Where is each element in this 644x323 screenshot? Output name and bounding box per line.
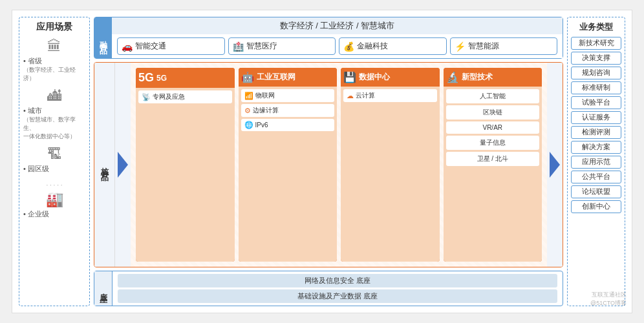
newtech-icon: 🔬 [446, 71, 459, 83]
cloud-label: 云计算 [356, 91, 375, 100]
dc-header: 💾 数据中心 [341, 68, 440, 87]
right-panel: 业务类型 新技术研究 决策支撑 规划咨询 标准研制 试验平台 认证服务 检测评测… [567, 17, 625, 306]
energy-icon: ⚡ [455, 41, 466, 52]
5g-logo: 5G [138, 71, 154, 85]
dc-body: ☁ 云计算 [341, 87, 440, 262]
right-item-6: 检测评测 [571, 126, 621, 139]
item-quantum: 量子信息 [446, 136, 540, 150]
enterprise-label: • 企业级 [23, 209, 49, 219]
iiot-header: 🤖 工业互联网 [239, 68, 338, 87]
private-network-label: 专网及应急 [153, 92, 185, 101]
core-col-dc: 💾 数据中心 ☁ 云计算 [341, 68, 440, 262]
product-energy: ⚡ 智慧能源 [450, 37, 558, 55]
iiot-icon: 🤖 [241, 71, 254, 83]
bottom-item-network: 网络及信息安全 底座 [118, 274, 557, 287]
product-medical-label: 智慧医疗 [246, 41, 277, 52]
iiot-title: 工业互联网 [257, 72, 295, 83]
item-ai: 人工智能 [446, 89, 540, 103]
watermark-line1: 互联互通社区 [592, 291, 627, 299]
right-item-2: 规划咨询 [571, 67, 621, 79]
item-private-network: 📡 专网及应急 [138, 90, 232, 103]
item-ipv6: 🌐 IPv6 [241, 119, 335, 131]
right-item-3: 标准研制 [571, 81, 621, 94]
watermark: 互联互通社区 @51CTO博客 [590, 291, 627, 307]
building-icon: 🏛 [47, 38, 61, 55]
iiot-body: 📶 物联网 ⚙ 边缘计算 🌐 IPv6 [239, 87, 338, 262]
newtech-title: 新型技术 [462, 72, 493, 83]
item-vr: VR/AR [446, 121, 540, 134]
bottom-item-infra: 基础设施及产业数据 底座 [118, 289, 557, 303]
edge-icon: ⚙ [244, 107, 251, 115]
item-iot: 📶 物联网 [241, 89, 335, 102]
factory-icon: 🏭 [46, 191, 63, 208]
watermark-line2: @51CTO博客 [590, 299, 627, 307]
right-panel-title: 业务类型 [579, 21, 613, 33]
left-panel: 应用场景 🏛 • 省级 （数字经济、工业经济） 🏙 • 城市 （智慧城市、数字孪… [19, 17, 90, 306]
core-col-newtech: 🔬 新型技术 人工智能 区块链 VR/AR 量子信息 卫星 / 北斗 [444, 68, 542, 262]
bottom-label: 底座 [94, 271, 113, 306]
right-item-11: 创新中心 [571, 200, 621, 213]
bottom-content: 网络及信息安全 底座 基础设施及产业数据 底座 [113, 271, 563, 306]
city-icon: 🏙 [47, 88, 61, 105]
province-label: • 省级 [23, 56, 42, 66]
ipv6-icon: 🌐 [244, 121, 253, 129]
right-item-9: 公共平台 [571, 171, 621, 183]
park-label: • 园区级 [23, 164, 49, 174]
iot-icon: 📶 [244, 92, 253, 100]
right-item-10: 论坛联盟 [571, 185, 621, 198]
transport-icon: 🚗 [122, 41, 133, 52]
arrow-indicator [115, 63, 131, 267]
divider-dots: · · · · · [23, 182, 85, 189]
edge-label: 边缘计算 [253, 106, 279, 115]
scene-item-province: 🏛 • 省级 （数字经济、工业经济） [23, 38, 85, 83]
core-col-5g: 5G 5G 📡 专网及应急 [136, 68, 235, 262]
city-label: • 城市 [23, 106, 42, 116]
main-container: 应用场景 🏛 • 省级 （数字经济、工业经济） 🏙 • 城市 （智慧城市、数字孪… [12, 10, 632, 313]
item-satellite: 卫星 / 北斗 [446, 152, 540, 166]
item-cloud: ☁ 云计算 [343, 89, 437, 102]
product-transport: 🚗 智能交通 [117, 37, 225, 55]
left-arrow-area: 核心产品 [94, 63, 115, 267]
5g-title: 5G [156, 74, 167, 83]
core-section: 核心产品 5G 5G 📡 专网及应急 [94, 62, 563, 267]
product-energy-label: 智慧能源 [468, 41, 499, 52]
finance-icon: 💰 [343, 41, 354, 52]
fusion-products-row: 🚗 智能交通 🏥 智慧医疗 💰 金融科技 ⚡ [112, 34, 563, 58]
scene-item-city: 🏙 • 城市 （智慧城市、数字孪生、一体化数据中心等） [23, 88, 85, 141]
right-item-4: 试验平台 [571, 96, 621, 109]
private-network-icon: 📡 [142, 93, 151, 101]
right-item-0: 新技术研究 [571, 37, 621, 50]
bottom-section: 底座 网络及信息安全 底座 基础设施及产业数据 底座 [94, 271, 563, 306]
fusion-section: 融合产品 数字经济 / 工业经济 / 智慧城市 🚗 智能交通 🏥 智慧医疗 [94, 17, 563, 59]
scene-item-park: 🏗 • 园区级 [23, 146, 85, 174]
core-col-iiot: 🤖 工业互联网 📶 物联网 ⚙ 边缘计算 🌐 [239, 68, 338, 262]
5g-header: 5G 5G [136, 68, 235, 88]
middle-panel: 融合产品 数字经济 / 工业经济 / 智慧城市 🚗 智能交通 🏥 智慧医疗 [94, 17, 563, 306]
right-item-1: 决策支撑 [571, 52, 621, 65]
scene-item-enterprise: 🏭 • 企业级 [23, 191, 85, 219]
product-medical: 🏥 智慧医疗 [228, 37, 336, 55]
left-panel-title: 应用场景 [36, 21, 72, 33]
right-item-8: 应用示范 [571, 156, 621, 169]
ipv6-label: IPv6 [255, 121, 268, 129]
arrow-right-exit-icon [550, 152, 560, 178]
core-columns: 5G 5G 📡 专网及应急 🤖 工业互联网 [131, 63, 547, 267]
item-edge: ⚙ 边缘计算 [241, 104, 335, 117]
fusion-label: 融合产品 [94, 17, 112, 58]
medical-icon: 🏥 [233, 41, 244, 52]
cloud-icon: ☁ [347, 92, 354, 100]
item-blockchain: 区块链 [446, 105, 540, 120]
product-finance: 💰 金融科技 [339, 37, 447, 55]
iot-label: 物联网 [255, 91, 275, 100]
province-sub: （数字经济、工业经济） [23, 66, 85, 83]
newtech-header: 🔬 新型技术 [444, 68, 542, 87]
right-item-7: 解决方案 [571, 141, 621, 154]
right-item-5: 认证服务 [571, 111, 621, 124]
park-icon: 🏗 [47, 146, 61, 163]
dc-icon: 💾 [343, 71, 356, 83]
dc-title: 数据中心 [359, 72, 390, 83]
product-transport-label: 智能交通 [135, 41, 166, 52]
city-sub: （智慧城市、数字孪生、一体化数据中心等） [23, 116, 85, 141]
right-arrow-area [547, 63, 563, 267]
newtech-body: 人工智能 区块链 VR/AR 量子信息 卫星 / 北斗 [444, 87, 542, 262]
